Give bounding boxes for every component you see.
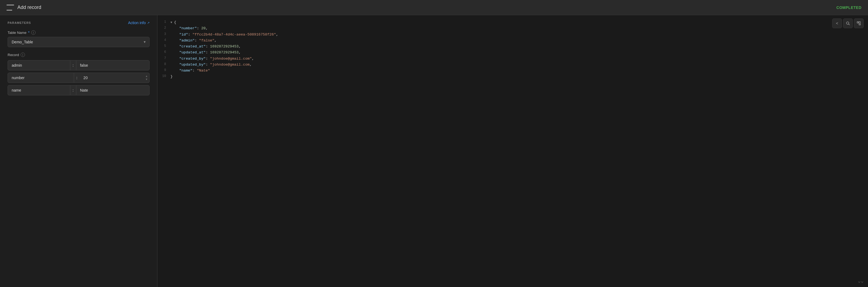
svg-rect-3: [859, 24, 860, 25]
line-num-2: 2: [160, 26, 170, 31]
code-line-3: 3 "id": "ffcc2b4d-48a7-4d4c-aeea-5089167…: [160, 32, 864, 38]
record-field-group: Record i : : ▲: [8, 52, 150, 96]
parameters-label: PARAMETERS: [8, 21, 31, 24]
record-separator-number: :: [74, 73, 80, 83]
code-line-8: 8 "updated_by": "johndoe@gmail.com,: [160, 62, 864, 68]
header-left: Add record: [6, 5, 41, 10]
table-name-select[interactable]: Demo_Table: [8, 37, 150, 47]
line-content-6: "updated_at": 1692872929453,: [170, 49, 864, 56]
page-title: Add record: [18, 5, 41, 10]
line-num-10: 10: [160, 74, 170, 80]
table-name-info-icon[interactable]: i: [31, 30, 36, 35]
line-num-6: 6: [160, 49, 170, 56]
line-content-3: "id": "ffcc2b4d-48a7-4d4c-aeea-508916758…: [170, 32, 864, 38]
line-content-7: "created_by": "johndoe@gmail.com",: [170, 56, 864, 62]
line-content-4: "admin": "false",: [170, 38, 864, 44]
stepper-down-icon[interactable]: ▼: [145, 78, 148, 81]
chevron-double-down-icon: ⌄⌄: [858, 278, 864, 284]
code-line-2: 2 "number": 20,: [160, 26, 864, 31]
code-toolbar: <: [832, 19, 864, 28]
record-row-number: : ▲ ▼: [8, 73, 150, 83]
external-link-icon: ↗: [147, 21, 150, 25]
line-content-5: "created_at": 1692872929453,: [170, 44, 864, 49]
line-num-9: 9: [160, 68, 170, 74]
record-row-name: :: [8, 85, 150, 96]
back-button[interactable]: <: [832, 19, 842, 28]
stepper-up-icon[interactable]: ▲: [145, 75, 148, 77]
code-line-1: 1 ▼ {: [160, 20, 864, 26]
table-name-field-group: Table Name * i Demo_Table ▼: [8, 30, 150, 47]
line-num-3: 3: [160, 32, 170, 38]
status-badge: COMPLETED: [837, 5, 862, 10]
required-indicator: *: [28, 30, 29, 35]
line-num-4: 4: [160, 38, 170, 44]
left-panel: PARAMETERS Action info ↗ Table Name * i …: [0, 15, 157, 287]
record-separator-name: :: [70, 85, 76, 96]
record-label: Record i: [8, 52, 150, 57]
record-row-admin: :: [8, 60, 150, 70]
record-separator-admin: :: [70, 60, 76, 70]
line-content-9: "name": "Nate": [170, 68, 864, 74]
svg-rect-2: [857, 22, 859, 23]
main-layout: PARAMETERS Action info ↗ Table Name * i …: [0, 15, 868, 287]
line-num-7: 7: [160, 56, 170, 62]
scroll-indicator: ⌄⌄: [858, 278, 864, 284]
line-content-10: }: [170, 74, 864, 80]
line-content-8: "updated_by": "johndoe@gmail.com,: [170, 62, 864, 68]
record-value-admin[interactable]: [76, 60, 150, 70]
right-panel: < 1 ▼: [157, 15, 868, 287]
record-key-admin[interactable]: [8, 60, 70, 70]
svg-line-1: [849, 24, 850, 25]
line-num-5: 5: [160, 44, 170, 49]
record-value-number-wrapper: ▲ ▼: [80, 73, 150, 83]
record-key-number[interactable]: [8, 73, 74, 83]
line-num-1: 1: [160, 20, 170, 26]
line-content-2: "number": 20,: [170, 26, 864, 31]
table-name-label: Table Name * i: [8, 30, 150, 35]
action-info-link[interactable]: Action info ↗: [128, 21, 150, 25]
record-info-icon[interactable]: i: [21, 52, 25, 57]
code-line-9: 9 "name": "Nate": [160, 68, 864, 74]
code-line-10: 10 }: [160, 74, 864, 80]
code-area: 1 ▼ { 2 "number": 20, 3 "id": "ffcc2b4d-…: [157, 15, 868, 287]
record-value-name[interactable]: [76, 85, 150, 96]
record-key-name[interactable]: [8, 85, 70, 96]
code-line-6: 6 "updated_at": 1692872929453,: [160, 49, 864, 56]
stepper-arrows: ▲ ▼: [145, 75, 148, 81]
panel-header: PARAMETERS Action info ↗: [8, 21, 150, 25]
line-content-1: ▼ {: [170, 20, 864, 26]
record-rows: : : ▲ ▼: [8, 60, 150, 96]
code-line-4: 4 "admin": "false",: [160, 38, 864, 44]
expand-button[interactable]: [854, 19, 864, 28]
header: Add record COMPLETED: [0, 0, 868, 15]
record-value-number[interactable]: [80, 73, 150, 83]
search-button[interactable]: [843, 19, 853, 28]
action-info-label: Action info: [128, 21, 146, 25]
table-name-select-wrapper: Demo_Table ▼: [8, 37, 150, 47]
code-line-7: 7 "created_by": "johndoe@gmail.com",: [160, 56, 864, 62]
line-num-8: 8: [160, 62, 170, 68]
code-line-5: 5 "created_at": 1692872929453,: [160, 44, 864, 49]
grid-icon: [6, 5, 14, 10]
